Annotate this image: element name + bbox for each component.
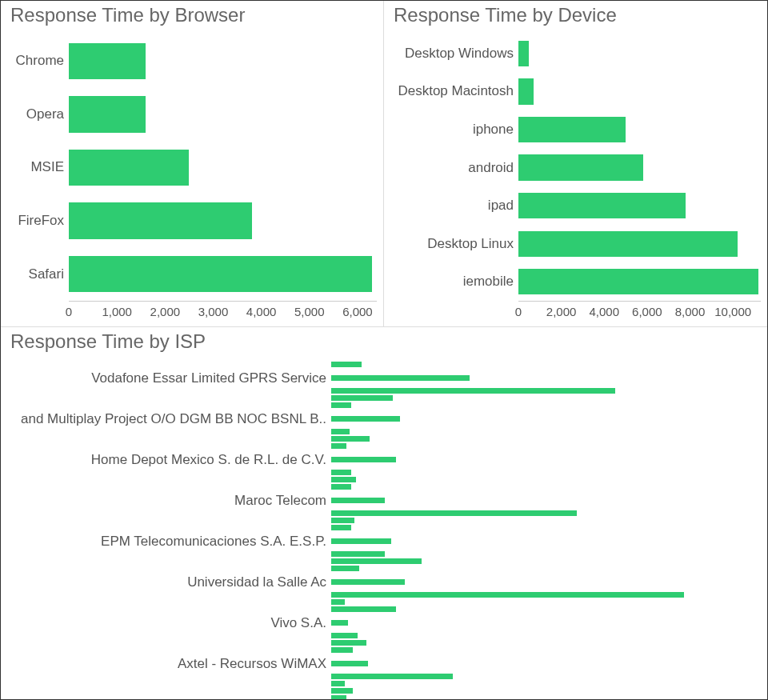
bar — [331, 620, 348, 626]
bar-row — [7, 673, 761, 680]
bar-track — [69, 34, 377, 88]
bar-track — [331, 428, 761, 435]
tick-label: 1,000 — [102, 305, 132, 318]
bar-track — [331, 687, 761, 694]
bar-row: EPM Telecomunicaciones S.A. E.S.P. — [7, 531, 761, 550]
bar-track — [69, 141, 377, 194]
bar-row: Maroc Telecom — [7, 490, 761, 510]
bar-track — [331, 531, 761, 550]
bar — [69, 202, 252, 238]
bar-row — [7, 387, 761, 394]
bar-row — [7, 606, 761, 613]
bar-track — [331, 510, 761, 517]
bar-label: Opera — [7, 106, 69, 122]
panel-response-time-device: Response Time by Device Desktop WindowsD… — [384, 1, 767, 326]
bar-row: Vivo S.A. — [7, 613, 761, 632]
bar-row — [7, 517, 761, 524]
bar-track — [331, 550, 761, 558]
tick-label: 0 — [515, 305, 522, 318]
bar-track — [518, 225, 761, 263]
tick-label: 6,000 — [632, 305, 662, 318]
bar-track — [331, 632, 761, 639]
bar-row — [7, 442, 761, 450]
x-axis: 01,0002,0003,0004,0005,0006,000 — [7, 301, 377, 323]
bar-row — [7, 402, 761, 409]
bar-label: Home Depot Mexico S. de R.L. de C.V. — [7, 453, 331, 466]
bar — [331, 681, 345, 686]
bar-track — [331, 483, 761, 490]
bar-row — [7, 565, 761, 572]
bar-label: Desktop Windows — [390, 46, 518, 62]
bar-track — [331, 402, 761, 409]
bar — [331, 402, 351, 408]
bar-label: Vivo S.A. — [7, 616, 331, 630]
bar-track — [331, 409, 761, 428]
bar-track — [331, 394, 761, 402]
bar-track — [331, 694, 761, 700]
bar — [331, 395, 393, 401]
bar-track — [518, 34, 761, 73]
bar-track — [518, 262, 761, 301]
bar-label: android — [390, 160, 518, 176]
bar — [331, 457, 396, 462]
bar-row: Opera — [7, 88, 377, 142]
panel-response-time-isp: Response Time by ISP Vodafone Essar Limi… — [1, 327, 767, 699]
bar — [331, 579, 405, 585]
bar — [331, 498, 385, 503]
bar-track — [331, 368, 761, 387]
bar — [331, 551, 385, 557]
tick-label: 6,000 — [342, 305, 373, 318]
tick-label: 0 — [66, 305, 72, 318]
bar-row — [7, 524, 761, 531]
bar-label: ipad — [390, 198, 518, 214]
bar — [331, 388, 615, 394]
bar-row — [7, 428, 761, 435]
chart-device: Desktop WindowsDesktop Macintoshiphonean… — [390, 34, 761, 323]
bar-label: Universidad la Salle Ac — [7, 575, 331, 589]
bar-track — [331, 680, 761, 687]
bar-track — [331, 476, 761, 483]
bar-track — [331, 646, 761, 654]
bar-label: FireFox — [7, 213, 69, 229]
bar-row — [7, 510, 761, 517]
bar-row — [7, 435, 761, 442]
bar — [331, 538, 391, 544]
bar — [331, 640, 366, 646]
bar-row — [7, 591, 761, 598]
panel-title-browser: Response Time by Browser — [7, 4, 377, 26]
bar-track — [331, 565, 761, 572]
bar — [331, 436, 370, 442]
bar-row: and Multiplay Project O/O DGM BB NOC BSN… — [7, 409, 761, 428]
bar-row — [7, 646, 761, 654]
bar — [331, 606, 396, 612]
bar — [331, 525, 351, 530]
bar-row: Desktop Macintosh — [390, 73, 761, 111]
bar — [518, 78, 534, 104]
bar-row — [7, 680, 761, 687]
bar-row — [7, 483, 761, 490]
bar-label: iphone — [390, 122, 518, 138]
bar-row: Universidad la Salle Ac — [7, 572, 761, 591]
bar-row — [7, 639, 761, 646]
bar — [331, 510, 577, 516]
bar-label: Vodafone Essar Limited GPRS Service — [7, 371, 331, 385]
tick-label: 2,000 — [546, 305, 577, 318]
bar-row — [7, 632, 761, 639]
bar — [331, 362, 362, 367]
bar-row — [7, 694, 761, 700]
bar-track — [518, 149, 761, 187]
bar-track — [331, 442, 761, 450]
panel-response-time-browser: Response Time by Browser ChromeOperaMSIE… — [1, 1, 384, 326]
bar — [331, 443, 346, 449]
bar — [331, 674, 453, 679]
bar-track — [331, 361, 761, 368]
bar-track — [331, 469, 761, 476]
bar-track — [69, 247, 377, 301]
bar-row: Desktop Linux — [390, 225, 761, 263]
bar-row: FireFox — [7, 194, 377, 248]
bar-track — [331, 387, 761, 394]
bar-track — [331, 613, 761, 632]
bar-row: Home Depot Mexico S. de R.L. de C.V. — [7, 450, 761, 469]
bar — [331, 688, 353, 694]
tick-label: 8,000 — [675, 305, 706, 318]
